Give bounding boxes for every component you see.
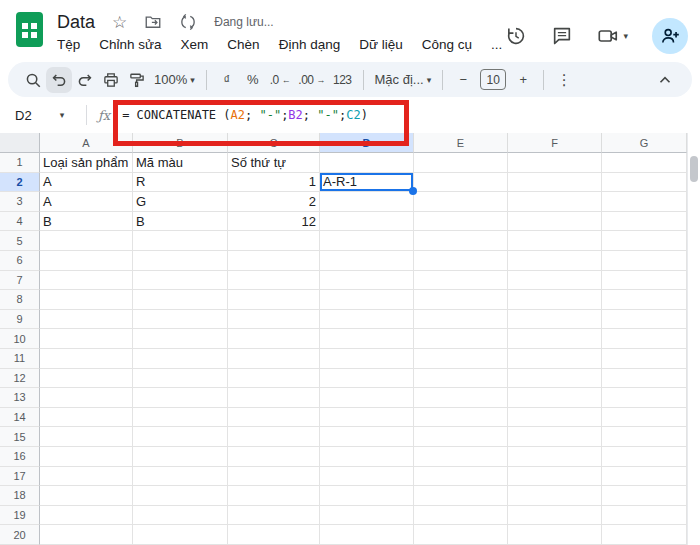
cell-G18[interactable]	[602, 486, 687, 506]
cell-B8[interactable]	[133, 290, 228, 310]
cell-F2[interactable]	[508, 173, 602, 193]
cell-A19[interactable]	[40, 506, 133, 526]
cell-D14[interactable]	[320, 408, 414, 428]
cell-F10[interactable]	[508, 329, 602, 349]
cell-C11[interactable]	[228, 349, 320, 369]
cell-G20[interactable]	[602, 525, 687, 545]
increase-decimal-button[interactable]: .00→	[294, 67, 329, 93]
name-box[interactable]: D2 ▾	[0, 108, 86, 123]
collapse-toolbar-button[interactable]	[652, 67, 678, 93]
row-header-3[interactable]: 3	[0, 192, 40, 212]
cell-D8[interactable]	[320, 290, 414, 310]
cell-E1[interactable]	[414, 153, 508, 173]
cell-B13[interactable]	[133, 388, 228, 408]
chevron-down-icon[interactable]: ▾	[623, 31, 628, 41]
cell-B5[interactable]	[133, 231, 228, 251]
cell-C7[interactable]	[228, 271, 320, 291]
cell-F16[interactable]	[508, 447, 602, 467]
cell-D3[interactable]	[320, 192, 414, 212]
font-family-select[interactable]: Mặc đị... ▾	[371, 67, 436, 93]
cell-B9[interactable]	[133, 310, 228, 330]
cell-F1[interactable]	[508, 153, 602, 173]
cell-F11[interactable]	[508, 349, 602, 369]
cell-A15[interactable]	[40, 427, 133, 447]
version-history-icon[interactable]	[505, 25, 527, 47]
column-header-G[interactable]: G	[602, 133, 687, 153]
cell-E20[interactable]	[414, 525, 508, 545]
menu-format[interactable]: Định dạng	[279, 37, 341, 52]
cell-A3[interactable]: A	[40, 192, 133, 212]
cell-E17[interactable]	[414, 467, 508, 487]
row-header-12[interactable]: 12	[0, 369, 40, 389]
decrease-decimal-button[interactable]: .0←	[266, 67, 295, 93]
more-formats-button[interactable]: 123	[329, 67, 356, 93]
row-header-15[interactable]: 15	[0, 427, 40, 447]
cell-B18[interactable]	[133, 486, 228, 506]
cell-D5[interactable]	[320, 231, 414, 251]
cell-D20[interactable]	[320, 525, 414, 545]
cell-A14[interactable]	[40, 408, 133, 428]
formula-input[interactable]: = CONCATENATE (A2; "-";B2; "-";C2)	[122, 108, 368, 122]
vertical-scrollbar[interactable]	[687, 133, 700, 545]
cell-G2[interactable]	[602, 173, 687, 193]
cell-E3[interactable]	[414, 192, 508, 212]
cell-B1[interactable]: Mã màu	[133, 153, 228, 173]
cell-G1[interactable]	[602, 153, 687, 173]
currency-format-button[interactable]: ₫	[214, 67, 240, 93]
row-header-14[interactable]: 14	[0, 408, 40, 428]
cell-B16[interactable]	[133, 447, 228, 467]
cell-B20[interactable]	[133, 525, 228, 545]
cell-F4[interactable]	[508, 212, 602, 232]
row-header-18[interactable]: 18	[0, 486, 40, 506]
cell-C13[interactable]	[228, 388, 320, 408]
cell-E19[interactable]	[414, 506, 508, 526]
cell-D2[interactable]: A-R-1	[320, 173, 414, 193]
cell-C2[interactable]: 1	[228, 173, 320, 193]
column-header-F[interactable]: F	[508, 133, 602, 153]
cell-G8[interactable]	[602, 290, 687, 310]
row-header-4[interactable]: 4	[0, 212, 40, 232]
menu-data[interactable]: Dữ liệu	[359, 37, 403, 52]
move-folder-icon[interactable]	[144, 13, 162, 31]
cell-G12[interactable]	[602, 369, 687, 389]
cell-F18[interactable]	[508, 486, 602, 506]
menu-file[interactable]: Tệp	[57, 37, 80, 52]
cell-C18[interactable]	[228, 486, 320, 506]
cell-A11[interactable]	[40, 349, 133, 369]
row-header-1[interactable]: 1	[0, 153, 40, 173]
cell-G4[interactable]	[602, 212, 687, 232]
cell-G13[interactable]	[602, 388, 687, 408]
column-header-B[interactable]: B	[133, 133, 228, 153]
select-all-corner[interactable]	[0, 133, 40, 153]
cell-E11[interactable]	[414, 349, 508, 369]
cell-G17[interactable]	[602, 467, 687, 487]
cell-A18[interactable]	[40, 486, 133, 506]
cell-F8[interactable]	[508, 290, 602, 310]
cell-C4[interactable]: 12	[228, 212, 320, 232]
print-button[interactable]	[98, 67, 124, 93]
cell-E18[interactable]	[414, 486, 508, 506]
redo-button[interactable]	[72, 67, 98, 93]
cell-E8[interactable]	[414, 290, 508, 310]
column-header-D[interactable]: D	[320, 133, 414, 153]
cell-B11[interactable]	[133, 349, 228, 369]
cell-C14[interactable]	[228, 408, 320, 428]
cell-B17[interactable]	[133, 467, 228, 487]
more-toolbar-options-button[interactable]: ⋮	[551, 67, 577, 93]
cell-D17[interactable]	[320, 467, 414, 487]
cell-D10[interactable]	[320, 329, 414, 349]
cell-A13[interactable]	[40, 388, 133, 408]
cell-G9[interactable]	[602, 310, 687, 330]
cell-E6[interactable]	[414, 251, 508, 271]
cell-A17[interactable]	[40, 467, 133, 487]
document-title[interactable]: Data	[57, 12, 95, 33]
cell-G6[interactable]	[602, 251, 687, 271]
cell-E5[interactable]	[414, 231, 508, 251]
menu-edit[interactable]: Chỉnh sửa	[99, 37, 161, 52]
cell-F13[interactable]	[508, 388, 602, 408]
cell-G10[interactable]	[602, 329, 687, 349]
cell-D12[interactable]	[320, 369, 414, 389]
cell-C5[interactable]	[228, 231, 320, 251]
row-header-9[interactable]: 9	[0, 310, 40, 330]
menu-overflow[interactable]: ...	[491, 37, 502, 52]
